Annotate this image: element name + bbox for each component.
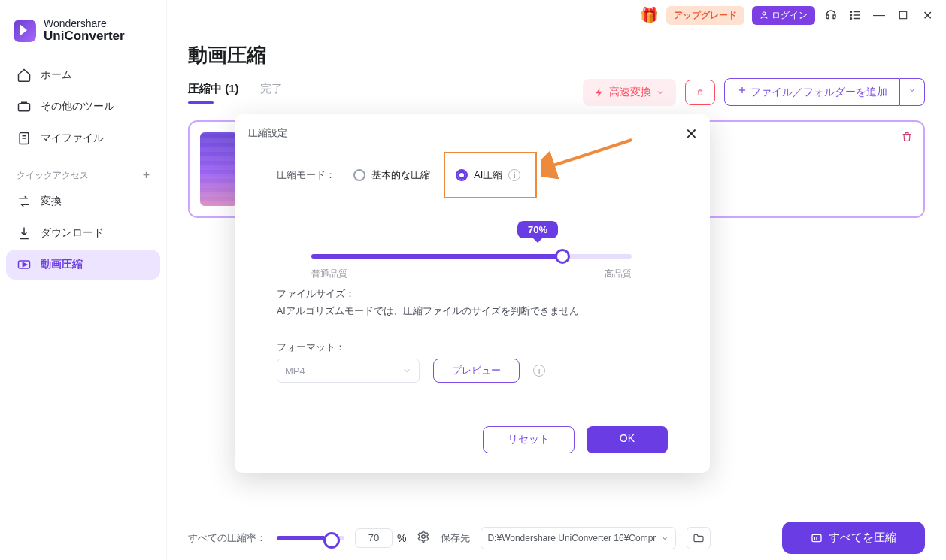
all-rate-label: すべての圧縮率：: [188, 531, 266, 545]
sidebar-item-label: 変換: [41, 195, 62, 208]
add-file-button[interactable]: ファイル／フォルダーを追加: [724, 78, 900, 106]
sidebar-item-files[interactable]: マイファイル: [6, 123, 160, 153]
rate-box: %: [355, 528, 406, 548]
brand: Wondershare UniConverter: [6, 14, 160, 59]
compress-icon: [17, 257, 32, 272]
radio-dot-icon: [456, 169, 468, 181]
download-icon: [17, 226, 32, 241]
sidebar-item-label: ホーム: [41, 68, 72, 82]
home-icon: [17, 68, 32, 83]
filesize-desc: AIアルゴリズムモードでは、圧縮ファイルのサイズを判断できません: [277, 305, 668, 318]
sidebar-item-label: マイファイル: [41, 132, 104, 145]
fast-convert-button[interactable]: 高速変換: [583, 79, 676, 106]
video-thumbnail: [200, 132, 238, 206]
format-value: MP4: [285, 365, 305, 377]
files-icon: [17, 131, 32, 146]
add-file-group: ファイル／フォルダーを追加: [724, 78, 925, 106]
add-quick-icon[interactable]: +: [143, 168, 150, 182]
filesize-label: ファイルサイズ：: [277, 287, 668, 301]
sidebar: Wondershare UniConverter ホーム その他のツール マイフ…: [0, 0, 167, 560]
brand-top: Wondershare: [44, 18, 125, 29]
folder-icon: [693, 532, 705, 544]
all-rate-slider[interactable]: [277, 536, 344, 540]
slider-low-label: 普通品質: [311, 268, 347, 280]
slider-value-tooltip: 70%: [517, 221, 558, 238]
nav-main: ホーム その他のツール マイファイル: [6, 60, 160, 153]
info-icon[interactable]: i: [508, 169, 520, 181]
radio-basic[interactable]: 基本的な圧縮: [353, 168, 430, 182]
toolbar: 高速変換 ファイル／フォルダーを追加: [583, 78, 925, 106]
brand-bottom: UniConverter: [44, 29, 125, 44]
tools-icon: [17, 99, 32, 114]
modal-actions: リセット OK: [277, 426, 668, 453]
convert-icon: [17, 194, 32, 209]
brand-text: Wondershare UniConverter: [44, 18, 125, 44]
radio-dot-icon: [353, 169, 365, 181]
preview-button[interactable]: プレビュー: [433, 359, 520, 383]
plus-icon: [737, 85, 747, 95]
quality-slider[interactable]: 70% 普通品質 高品質: [277, 221, 668, 287]
compress-icon: [811, 532, 823, 544]
svg-marker-13: [23, 263, 26, 267]
sidebar-item-label: ダウンロード: [41, 226, 104, 240]
percent-label: %: [397, 532, 406, 544]
ok-button[interactable]: OK: [587, 426, 668, 453]
svg-point-17: [422, 535, 426, 539]
fast-convert-label: 高速変換: [609, 86, 651, 99]
sidebar-item-label: 動画圧縮: [41, 258, 83, 271]
open-folder-button[interactable]: [687, 527, 711, 549]
sidebar-item-tools[interactable]: その他のツール: [6, 92, 160, 122]
add-file-dropdown[interactable]: [900, 78, 925, 106]
slider-thumb[interactable]: [555, 249, 570, 264]
chevron-down-icon: [656, 88, 665, 97]
clear-all-button[interactable]: [685, 80, 715, 105]
bolt-icon: [594, 87, 605, 98]
modal-title: 圧縮設定: [248, 126, 287, 140]
save-to-label: 保存先: [441, 531, 470, 545]
tab-compressing[interactable]: 圧縮中 (1): [188, 82, 239, 102]
nav-quick: 変換 ダウンロード 動画圧縮: [6, 186, 160, 280]
chevron-down-icon: [660, 534, 669, 543]
chevron-down-icon: [908, 86, 917, 95]
bottombar: すべての圧縮率： % 保存先 D:¥Wondershare UniConvert…: [167, 515, 946, 560]
output-path-value: D:¥Wondershare UniConverter 16¥Compr: [487, 533, 656, 543]
quick-access-header: クイックアクセス +: [6, 155, 160, 185]
radio-ai-label: AI圧縮: [474, 168, 502, 182]
quick-access-label: クイックアクセス: [17, 169, 89, 182]
reset-button[interactable]: リセット: [483, 426, 575, 453]
sidebar-item-download[interactable]: ダウンロード: [6, 218, 160, 248]
sidebar-item-compress[interactable]: 動画圧縮: [6, 250, 160, 280]
trash-icon: [696, 86, 704, 98]
output-path-select[interactable]: D:¥Wondershare UniConverter 16¥Compr: [481, 527, 676, 549]
sidebar-item-convert[interactable]: 変換: [6, 186, 160, 216]
chevron-down-icon: [402, 366, 411, 375]
page-title: 動画圧縮: [188, 42, 925, 68]
remove-file-button[interactable]: [901, 131, 913, 145]
sidebar-item-label: その他のツール: [41, 100, 114, 114]
svg-rect-8: [19, 104, 30, 111]
compress-all-button[interactable]: すべてを圧縮: [782, 522, 925, 554]
slider-high-label: 高品質: [605, 268, 632, 280]
sidebar-item-home[interactable]: ホーム: [6, 60, 160, 90]
add-file-label: ファイル／フォルダーを追加: [750, 86, 887, 98]
radio-basic-label: 基本的な圧縮: [371, 168, 430, 182]
compress-all-label: すべてを圧縮: [829, 531, 896, 545]
slider-fill: [311, 254, 559, 259]
trash-icon: [901, 131, 913, 143]
radio-ai[interactable]: AI圧縮 i: [444, 152, 537, 198]
rate-input[interactable]: [355, 528, 393, 548]
mode-label: 圧縮モード：: [277, 168, 335, 182]
mode-row: 圧縮モード： 基本的な圧縮 AI圧縮 i: [277, 152, 668, 198]
format-row: MP4 プレビュー i: [277, 359, 668, 383]
info-icon[interactable]: i: [533, 365, 545, 377]
format-select[interactable]: MP4: [277, 359, 420, 383]
app-logo-icon: [14, 20, 36, 42]
settings-icon[interactable]: [417, 530, 430, 546]
tab-done[interactable]: 完了: [260, 82, 283, 102]
compression-settings-modal: 圧縮設定 ✕ 圧縮モード： 基本的な圧縮 AI圧縮 i 70% 普通品質 高品質…: [235, 114, 710, 473]
format-label: フォーマット：: [277, 341, 668, 354]
close-modal-button[interactable]: ✕: [685, 125, 698, 143]
